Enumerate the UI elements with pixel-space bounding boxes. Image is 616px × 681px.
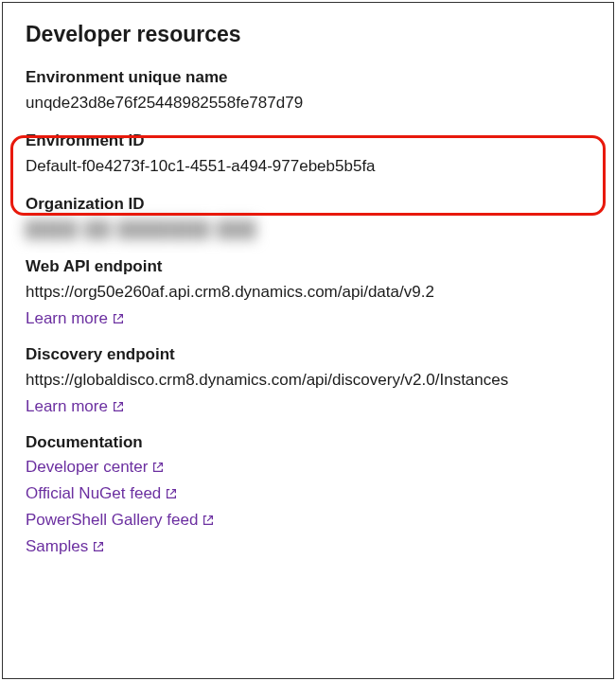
developer-resources-panel: Developer resources Environment unique n… — [2, 2, 614, 679]
external-link-icon — [112, 312, 125, 325]
link-label: PowerShell Gallery feed — [26, 511, 198, 530]
value-env-id: Default-f0e4273f-10c1-4551-a494-977ebeb5… — [26, 156, 590, 178]
section-web-api: Web API endpoint https://org50e260af.api… — [26, 257, 590, 328]
link-label: Official NuGet feed — [26, 484, 161, 503]
page-title: Developer resources — [26, 22, 590, 47]
learn-more-label: Learn more — [26, 309, 108, 328]
section-env-id: Environment ID Default-f0e4273f-10c1-455… — [26, 131, 590, 178]
section-documentation: Documentation Developer center Official … — [26, 433, 590, 556]
link-label: Developer center — [26, 458, 148, 477]
section-env-unique-name: Environment unique name unqde23d8e76f254… — [26, 68, 590, 114]
value-discovery: https://globaldisco.crm8.dynamics.com/ap… — [26, 370, 590, 392]
nuget-feed-link[interactable]: Official NuGet feed — [26, 484, 590, 503]
learn-more-web-api-link[interactable]: Learn more — [26, 309, 125, 328]
learn-more-label: Learn more — [26, 397, 108, 416]
link-label: Samples — [26, 537, 88, 556]
external-link-icon — [112, 400, 125, 413]
external-link-icon — [92, 540, 105, 553]
label-env-unique-name: Environment unique name — [26, 68, 590, 87]
external-link-icon — [202, 514, 215, 527]
label-env-id: Environment ID — [26, 131, 590, 150]
external-link-icon — [151, 461, 165, 474]
label-documentation: Documentation — [26, 433, 590, 452]
powershell-gallery-link[interactable]: PowerShell Gallery feed — [26, 511, 590, 530]
label-org-id: Organization ID — [26, 195, 590, 214]
external-link-icon — [165, 487, 178, 500]
section-discovery: Discovery endpoint https://globaldisco.c… — [26, 345, 590, 416]
section-org-id: Organization ID ████ ██ ███████ ███ — [26, 195, 590, 240]
label-discovery: Discovery endpoint — [26, 345, 590, 364]
developer-center-link[interactable]: Developer center — [26, 458, 590, 477]
label-web-api: Web API endpoint — [26, 257, 590, 276]
value-env-unique-name: unqde23d8e76f25448982558fe787d79 — [26, 93, 590, 114]
learn-more-discovery-link[interactable]: Learn more — [26, 397, 125, 416]
value-org-id-redacted: ████ ██ ███████ ███ — [26, 219, 590, 240]
value-web-api: https://org50e260af.api.crm8.dynamics.co… — [26, 282, 590, 304]
samples-link[interactable]: Samples — [26, 537, 590, 556]
